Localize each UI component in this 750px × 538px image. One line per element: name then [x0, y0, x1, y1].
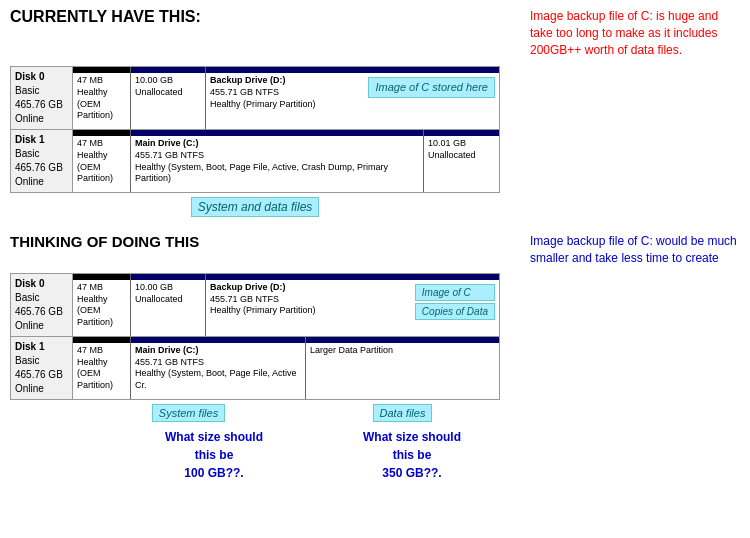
- annotation1: System and data files: [10, 197, 500, 217]
- data-files-label: Data files: [373, 404, 433, 422]
- disk0-label: Disk 0 Basic 465.76 GB Online: [11, 67, 73, 129]
- system-data-files-label: System and data files: [191, 197, 320, 217]
- disk1-label2: Disk 1 Basic 465.76 GB Online: [11, 337, 73, 399]
- copies-of-data-label: Copies of Data: [415, 303, 495, 320]
- question2: What size should this be 350 GB??.: [363, 428, 461, 482]
- system-files-label: System files: [152, 404, 225, 422]
- disk0-label2: Disk 0 Basic 465.76 GB Online: [11, 274, 73, 336]
- image-c-stored-here-label: Image of C stored here: [368, 77, 495, 97]
- partition-unalloc3: 10.00 GB Unallocated: [131, 274, 206, 336]
- section1-title: CURRENTLY HAVE THIS:: [10, 8, 201, 26]
- partition-main-c2: Main Drive (C:) 455.71 GB NTFS Healthy (…: [131, 337, 306, 399]
- diagram2: Disk 0 Basic 465.76 GB Online 47 MB Heal…: [10, 273, 500, 422]
- partition-backup-d: Backup Drive (D:) 455.71 GB NTFS Healthy…: [206, 67, 499, 129]
- partition-oem1: 47 MB Healthy (OEM Partition): [73, 67, 131, 129]
- partition-oem4: 47 MB Healthy (OEM Partition): [73, 337, 131, 399]
- partition-unalloc2: 10.01 GB Unallocated: [424, 130, 499, 192]
- disk1-row2: Disk 1 Basic 465.76 GB Online 47 MB Heal…: [11, 337, 499, 399]
- question1: What size should this be 100 GB??.: [165, 428, 263, 482]
- section1-red-note: Image backup file of C: is huge and take…: [530, 8, 740, 58]
- partition-main-c: Main Drive (C:) 455.71 GB NTFS Healthy (…: [131, 130, 424, 192]
- partition-backup-d2: Backup Drive (D:) 455.71 GB NTFS Healthy…: [206, 274, 499, 336]
- image-of-c-label: Image of C: [415, 284, 495, 301]
- diagram1: Disk 0 Basic 465.76 GB Online 47 MB Heal…: [10, 66, 500, 217]
- partition-larger-data: Larger Data Partition: [306, 337, 499, 399]
- partition-oem2: 47 MB Healthy (OEM Partition): [73, 130, 131, 192]
- partition-unalloc1: 10.00 GB Unallocated: [131, 67, 206, 129]
- section2-blue-note: Image backup file of C: would be much sm…: [530, 233, 740, 267]
- disk1-label: Disk 1 Basic 465.76 GB Online: [11, 130, 73, 192]
- disk0-row1: Disk 0 Basic 465.76 GB Online 47 MB Heal…: [11, 67, 499, 130]
- section2-title: THINKING OF DOING THIS: [10, 233, 199, 250]
- disk1-row1: Disk 1 Basic 465.76 GB Online 47 MB Heal…: [11, 130, 499, 192]
- partition-oem3: 47 MB Healthy (OEM Partition): [73, 274, 131, 336]
- disk0-row2: Disk 0 Basic 465.76 GB Online 47 MB Heal…: [11, 274, 499, 337]
- bottom-questions: What size should this be 100 GB??. What …: [10, 428, 740, 482]
